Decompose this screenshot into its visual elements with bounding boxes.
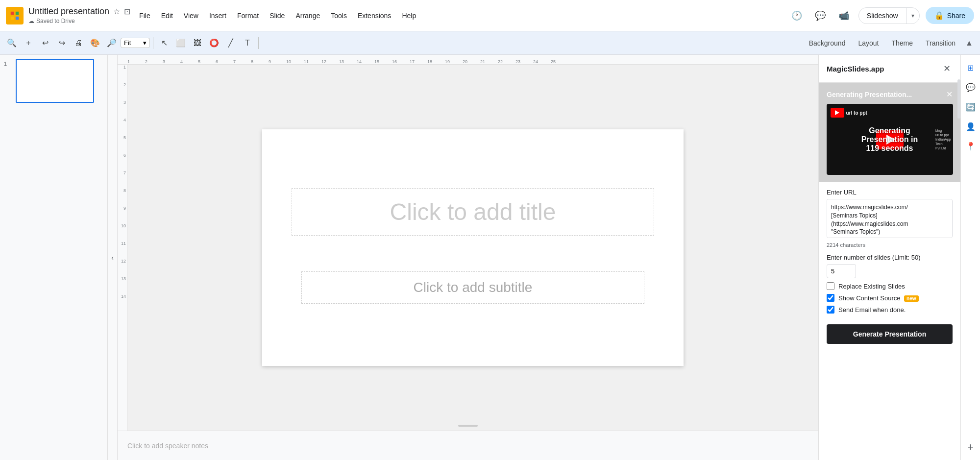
subtitle-placeholder[interactable]: Click to add subtitle (301, 271, 644, 304)
toolbar-divider-1 (153, 37, 153, 49)
show-content-checkbox[interactable] (827, 294, 834, 302)
menu-help[interactable]: Help (397, 10, 421, 22)
url-input[interactable] (827, 199, 953, 238)
collapse-toolbar-button[interactable]: ▲ (962, 36, 976, 50)
youtube-logo: url to ppt (831, 108, 867, 118)
add-extension-button[interactable]: + (963, 439, 979, 455)
top-bar: Untitled presentation ☆ ⊡ ☁ Saved to Dri… (0, 0, 980, 31)
people-icon[interactable]: 👤 (963, 119, 979, 134)
slides-count-input[interactable] (827, 264, 856, 278)
text-tool[interactable]: T (240, 35, 255, 51)
canvas-area: 1 2 3 4 5 6 7 8 9 10 11 12 13 14 15 16 1… (118, 55, 818, 460)
ruler-mark: 14 (357, 59, 374, 64)
sync-icon[interactable]: 🔄 (963, 99, 979, 115)
send-email-label[interactable]: Send Email when done. (838, 306, 906, 314)
background-button[interactable]: Background (803, 37, 852, 49)
page-indicator (458, 425, 478, 427)
image-tool[interactable]: 🖼 (190, 35, 205, 51)
show-content-row: Show Content Source new (827, 294, 953, 302)
theme-button[interactable]: Theme (885, 37, 919, 49)
v-ruler-mark: 12 (121, 259, 127, 276)
menu-tools[interactable]: Tools (326, 10, 352, 22)
slide-number-1: 1 (4, 59, 13, 67)
slide-thumbnail-1[interactable] (16, 59, 94, 103)
menu-insert[interactable]: Insert (204, 10, 231, 22)
send-email-row: Send Email when done. (827, 306, 953, 314)
menu-format[interactable]: Format (232, 10, 264, 22)
sheets-icon[interactable]: ⊞ (963, 60, 979, 75)
magic-sidebar-header: MagicSlides.app ✕ (819, 55, 960, 83)
maps-icon[interactable]: 📍 (963, 138, 979, 154)
send-email-checkbox[interactable] (827, 306, 834, 314)
notes-area[interactable]: Click to add speaker notes (118, 431, 818, 460)
top-right: 🕐 💬 📹 Slideshow ▾ 🔒 Share (788, 7, 974, 24)
magic-sidebar-close-button[interactable]: ✕ (940, 62, 954, 75)
notes-placeholder: Click to add speaker notes (127, 442, 208, 450)
slideshow-dropdown-icon[interactable]: ▾ (906, 8, 919, 23)
redo-button[interactable]: ↪ (54, 35, 70, 51)
menu-slide[interactable]: Slide (265, 10, 290, 22)
print-button[interactable]: 🖨 (71, 35, 86, 51)
slideshow-label: Slideshow (859, 8, 906, 24)
transition-button[interactable]: Transition (920, 37, 961, 49)
line-tool[interactable]: ╱ (223, 35, 239, 51)
main-area: 1 ‹ 1 2 3 4 5 6 7 8 9 10 11 12 13 14 (0, 55, 980, 460)
v-ruler-mark: 8 (123, 188, 127, 206)
slide-canvas[interactable]: Click to add title Click to add subtitle (262, 129, 684, 366)
zoom-select[interactable]: Fit ▾ (121, 38, 150, 48)
cursor-tool[interactable]: ↖ (156, 35, 172, 51)
star-icon[interactable]: ☆ (113, 7, 120, 16)
slide-thumbnail-row-1: 1 (4, 59, 103, 103)
menu-file[interactable]: File (134, 10, 155, 22)
menu-arrange[interactable]: Arrange (291, 10, 325, 22)
collapse-panel-button[interactable]: ‹ (108, 55, 118, 460)
magic-sidebar-title: MagicSlides.app (827, 65, 940, 73)
undo-button[interactable]: ↩ (37, 35, 53, 51)
layout-button[interactable]: Layout (852, 37, 884, 49)
search-button[interactable]: 🔍 (4, 35, 20, 51)
ruler-mark: 22 (498, 59, 515, 64)
slideshow-button[interactable]: Slideshow ▾ (858, 7, 920, 24)
folder-icon[interactable]: ⊡ (124, 7, 130, 16)
menu-edit[interactable]: Edit (156, 10, 178, 22)
v-ruler-mark: 11 (121, 241, 127, 259)
share-button[interactable]: 🔒 Share (926, 7, 974, 24)
chat-icon[interactable]: 💬 (963, 79, 979, 95)
ruler-mark: 21 (480, 59, 498, 64)
menu-view[interactable]: View (179, 10, 203, 22)
canvas-wrapper[interactable]: 1 2 3 4 5 6 7 8 9 10 11 12 13 14 Click t… (118, 65, 818, 431)
comments-icon[interactable]: 💬 (811, 7, 829, 24)
zoom-in-button[interactable]: + (21, 35, 36, 51)
meet-icon[interactable]: 📹 (835, 7, 853, 24)
video-thumbnail[interactable]: url to ppt blogurl to pptIndianAppTechPv… (827, 104, 953, 175)
replace-slides-label[interactable]: Replace Existing Slides (838, 283, 905, 290)
slide-panel: 1 (0, 55, 108, 460)
paint-format-button[interactable]: 🎨 (87, 35, 103, 51)
history-icon[interactable]: 🕐 (788, 7, 806, 24)
ruler-mark: 17 (410, 59, 427, 64)
ruler-mark: 11 (304, 59, 321, 64)
zoom-icon[interactable]: 🔎 (104, 35, 120, 51)
show-content-label[interactable]: Show Content Source new (838, 294, 919, 302)
far-right-icons: ⊞ 💬 🔄 👤 📍 + (960, 55, 980, 460)
sidebar-scrollbar[interactable] (957, 79, 960, 119)
ruler-mark: 5 (198, 59, 216, 64)
shapes-tool[interactable]: ⭕ (206, 35, 222, 51)
menu-bar: File Edit View Insert Format Slide Arran… (134, 10, 421, 22)
v-ruler-mark: 5 (123, 135, 127, 153)
menu-extensions[interactable]: Extensions (353, 10, 396, 22)
v-ruler-mark: 4 (123, 118, 127, 135)
generate-presentation-button[interactable]: Generate Presentation (827, 324, 953, 344)
enter-url-label: Enter URL (827, 189, 953, 196)
generating-close-button[interactable]: ✕ (946, 90, 953, 99)
ruler-mark: 9 (269, 59, 286, 64)
doc-title-text[interactable]: Untitled presentation (28, 6, 109, 17)
toolbar: 🔍 + ↩ ↪ 🖨 🎨 🔎 Fit ▾ ↖ ⬜ 🖼 ⭕ ╱ T Backgrou… (0, 31, 980, 55)
replace-slides-checkbox[interactable] (827, 282, 834, 290)
lock-icon: 🔒 (934, 11, 944, 20)
title-placeholder[interactable]: Click to add title (292, 188, 654, 236)
share-label: Share (947, 12, 965, 20)
select-tool[interactable]: ⬜ (173, 35, 189, 51)
v-ruler-mark: 7 (123, 170, 127, 188)
toolbar-divider-2 (258, 37, 259, 49)
